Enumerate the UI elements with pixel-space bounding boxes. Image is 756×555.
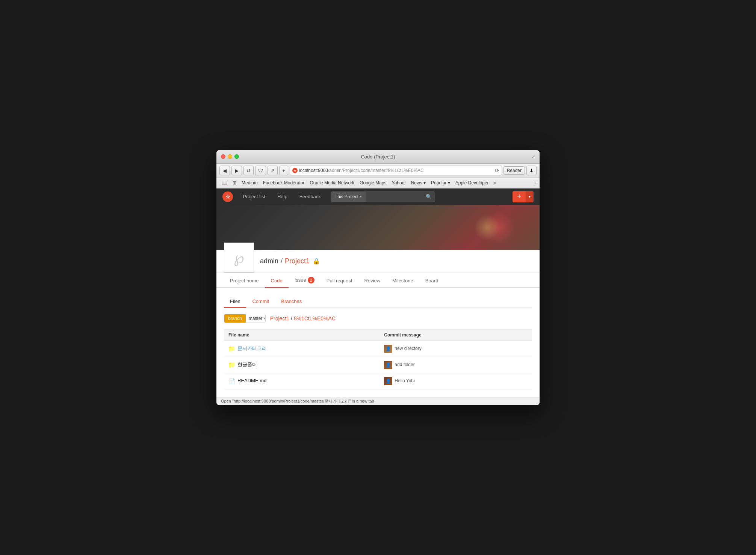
file-name-cell: 📁한글폴더 bbox=[224, 357, 380, 373]
fullscreen-button[interactable] bbox=[234, 154, 239, 159]
table-row: 📄README.md👤Hello Yobi bbox=[224, 373, 532, 389]
back-button[interactable]: ◀ bbox=[219, 166, 230, 175]
status-bar: Open "http://localhost:9000/admin/Projec… bbox=[216, 397, 540, 405]
create-dropdown-button[interactable]: ▾ bbox=[526, 191, 534, 202]
file-name-text: README.md bbox=[237, 378, 266, 383]
search-input[interactable] bbox=[366, 194, 426, 199]
app-logo[interactable]: ☆ bbox=[222, 192, 233, 202]
search-icon: 🔍 bbox=[426, 194, 435, 199]
bookmark-google-maps[interactable]: Google Maps bbox=[357, 179, 389, 186]
reader-button[interactable]: Reader bbox=[503, 166, 525, 175]
bookmark-medium[interactable]: Medium bbox=[239, 179, 260, 186]
site-favicon: ★ bbox=[292, 168, 298, 173]
chevron-down-icon: ▾ bbox=[360, 195, 362, 199]
commit-cell: 👤new directory bbox=[380, 341, 532, 357]
branch-selector[interactable]: branch master ▾ bbox=[224, 314, 266, 323]
add-bookmark-button[interactable]: + bbox=[534, 180, 537, 186]
nav-project-list[interactable]: Project list bbox=[240, 192, 268, 201]
bookmark-oracle[interactable]: Oracle Media Network bbox=[307, 179, 357, 186]
code-sub-tabs: Files Commit Branches bbox=[224, 296, 532, 308]
breadcrumb: Project1 / 8%1CtL%E0%AC bbox=[270, 315, 336, 321]
file-link[interactable]: 문서카테고리 bbox=[237, 345, 267, 351]
add-tab-button[interactable]: + bbox=[279, 166, 288, 175]
commit-cell: 👤add folder bbox=[380, 357, 532, 373]
address-bar[interactable]: ★ localhost:9000/admin/Project1/code/mas… bbox=[290, 166, 502, 175]
reload-icon[interactable]: ⟳ bbox=[495, 167, 499, 173]
file-table-header: File name Commit message bbox=[224, 329, 532, 341]
bookmark-facebook-moderator[interactable]: Facebook Moderator bbox=[261, 179, 307, 186]
bookmarks-icon[interactable]: 📖 bbox=[219, 179, 230, 186]
commit-message: Hello Yobi bbox=[395, 378, 414, 383]
project-info-bar: ℘ admin / Project1 🔒 bbox=[216, 250, 540, 273]
breadcrumb-path-link[interactable]: 8%1CtL%E0%AC bbox=[294, 315, 336, 321]
issue-badge: 2 bbox=[308, 277, 314, 284]
main-content: Files Commit Branches branch master ▾ Pr… bbox=[216, 288, 540, 397]
search-scope-container: This Project ▾ 🔍 bbox=[331, 192, 435, 202]
commit-avatar: 👤 bbox=[384, 377, 392, 385]
breadcrumb-separator: / bbox=[291, 315, 294, 321]
create-plus-button[interactable]: + bbox=[513, 191, 526, 202]
app-header: ☆ Project list Help Feedback This Projec… bbox=[216, 189, 540, 205]
breadcrumb-project-link[interactable]: Project1 bbox=[270, 315, 289, 321]
col-commit-msg: Commit message bbox=[380, 329, 532, 341]
titlebar: Code (Project1) ⤢ bbox=[216, 150, 540, 164]
sub-tab-branches[interactable]: Branches bbox=[275, 296, 308, 308]
commit-message: add folder bbox=[395, 362, 414, 367]
nav-feedback[interactable]: Feedback bbox=[297, 192, 323, 201]
close-button[interactable] bbox=[221, 154, 225, 159]
bookmark-apple-developer[interactable]: Apple Developer bbox=[453, 179, 491, 186]
tab-pull-request[interactable]: Pull request bbox=[321, 274, 358, 288]
file-table-body: 📁문서카테고리👤new directory📁한글폴더👤add folder📄RE… bbox=[224, 341, 532, 389]
browser-window: Code (Project1) ⤢ ◀ ▶ ↺ 🛡 ↗ + ★ localhos… bbox=[216, 150, 540, 405]
file-name-cell: 📄README.md bbox=[224, 373, 380, 389]
branch-select-dropdown[interactable]: master bbox=[246, 314, 266, 323]
lock-icon: 🔒 bbox=[313, 258, 320, 265]
search-scope-dropdown[interactable]: This Project ▾ bbox=[331, 192, 366, 202]
tab-issue[interactable]: Issue 2 bbox=[289, 273, 321, 288]
commit-avatar: 👤 bbox=[384, 361, 392, 369]
branch-label: branch bbox=[224, 314, 246, 323]
grid-icon[interactable]: ⊞ bbox=[230, 179, 239, 186]
nav-help[interactable]: Help bbox=[275, 192, 290, 201]
sub-tab-files[interactable]: Files bbox=[224, 296, 246, 308]
bookmark-popular[interactable]: Popular ▾ bbox=[429, 179, 452, 186]
shield-icon: 🛡 bbox=[255, 166, 266, 175]
project-title-area: admin / Project1 🔒 bbox=[260, 250, 540, 273]
scope-label: This Project bbox=[335, 194, 358, 199]
browser-toolbar: ◀ ▶ ↺ 🛡 ↗ + ★ localhost:9000/admin/Proje… bbox=[216, 164, 540, 178]
project-avatar: ℘ bbox=[224, 243, 254, 273]
share-button[interactable]: ↗ bbox=[268, 166, 278, 175]
table-row: 📁한글폴더👤add folder bbox=[224, 357, 532, 373]
tab-code[interactable]: Code bbox=[265, 274, 289, 288]
table-row: 📁문서카테고리👤new directory bbox=[224, 341, 532, 357]
folder-icon: 📁 bbox=[228, 362, 235, 368]
file-icon: 📄 bbox=[228, 378, 235, 385]
bookmark-yahoo[interactable]: Yahoo! bbox=[390, 179, 408, 186]
file-name-cell: 📁문서카테고리 bbox=[224, 341, 380, 357]
project-tab-nav: Project home Code Issue 2 Pull request R… bbox=[216, 273, 540, 288]
bookmark-news[interactable]: News ▾ bbox=[409, 179, 428, 186]
bookmarks-more[interactable]: » bbox=[491, 179, 499, 186]
status-text: Open "http://localhost:9000/admin/Projec… bbox=[221, 398, 374, 404]
branch-row: branch master ▾ Project1 / 8%1CtL%E0%AC bbox=[224, 314, 532, 323]
tab-board[interactable]: Board bbox=[419, 274, 445, 288]
forward-button[interactable]: ▶ bbox=[231, 166, 242, 175]
minimize-button[interactable] bbox=[228, 154, 232, 159]
download-button[interactable]: ⬇ bbox=[526, 166, 537, 175]
create-button-group: + ▾ bbox=[513, 191, 534, 202]
tab-project-home[interactable]: Project home bbox=[224, 274, 265, 288]
col-filename: File name bbox=[224, 329, 380, 341]
project-hero-banner bbox=[216, 205, 540, 250]
tab-review[interactable]: Review bbox=[358, 274, 386, 288]
expand-icon[interactable]: ⤢ bbox=[532, 154, 535, 159]
project-owner: admin bbox=[260, 257, 278, 265]
refresh-button[interactable]: ↺ bbox=[243, 166, 254, 175]
sub-tab-commit[interactable]: Commit bbox=[246, 296, 275, 308]
table-header-row: File name Commit message bbox=[224, 329, 532, 341]
project-separator: / bbox=[281, 257, 283, 265]
project-name[interactable]: Project1 bbox=[285, 257, 310, 265]
tab-milestone[interactable]: Milestone bbox=[386, 274, 419, 288]
file-table: File name Commit message 📁문서카테고리👤new dir… bbox=[224, 329, 532, 389]
address-text: localhost:9000/admin/Project1/code/maste… bbox=[299, 168, 493, 173]
bookmarks-bar: 📖 ⊞ Medium Facebook Moderator Oracle Med… bbox=[216, 178, 540, 189]
